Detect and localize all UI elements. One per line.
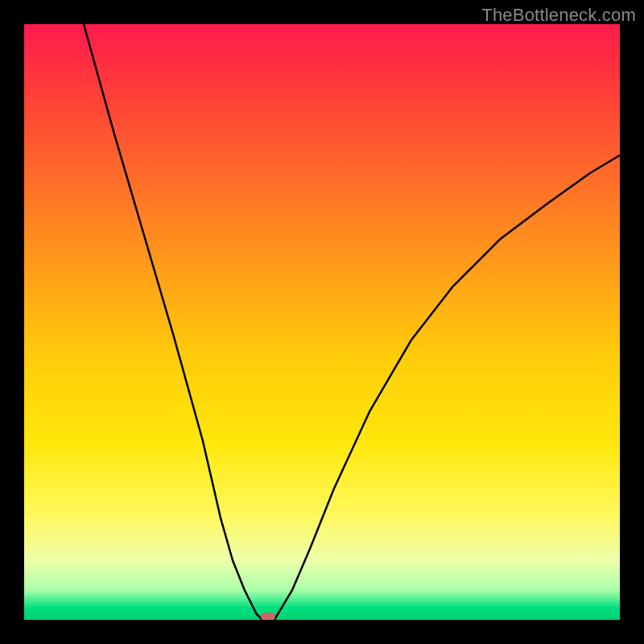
watermark-text: TheBottleneck.com (481, 5, 636, 26)
bottleneck-marker (261, 613, 275, 620)
plot-area (24, 24, 620, 620)
chart-frame: TheBottleneck.com (0, 0, 644, 644)
curve-svg (24, 24, 620, 620)
bottleneck-curve (84, 24, 620, 620)
